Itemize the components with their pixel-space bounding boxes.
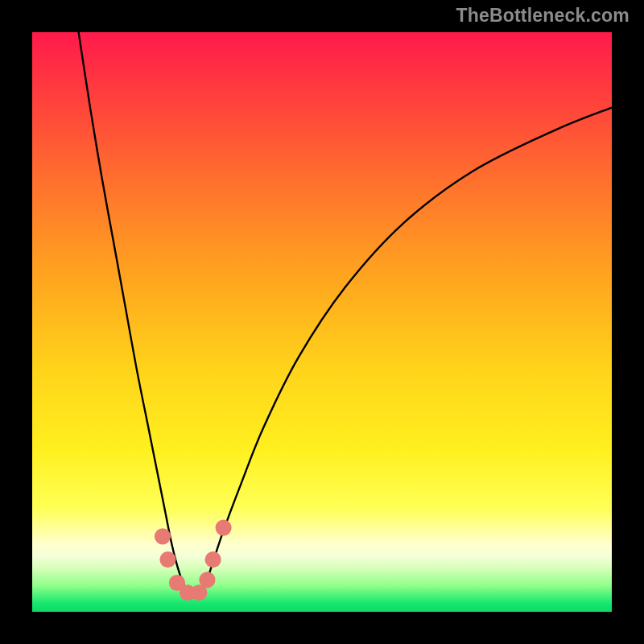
chart-frame: TheBottleneck.com: [0, 0, 644, 644]
plot-area: [32, 32, 612, 612]
highlight-marker: [199, 572, 215, 588]
chart-svg: [32, 32, 612, 612]
highlight-marker: [159, 551, 175, 568]
bottleneck-curve: [79, 32, 612, 597]
highlight-marker: [216, 520, 232, 536]
highlight-marker: [205, 551, 221, 568]
highlight-markers: [155, 520, 232, 601]
highlight-marker: [155, 528, 171, 544]
watermark-label: TheBottleneck.com: [456, 5, 630, 27]
